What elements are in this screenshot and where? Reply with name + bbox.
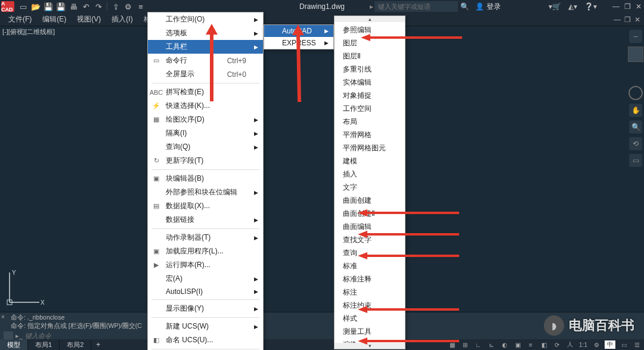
login-button[interactable]: 👤 登录 [475,2,501,12]
menu-edit[interactable]: 编辑(E) [38,13,71,26]
tools-menu-item[interactable]: ↻更新字段(T) [148,154,263,168]
share-icon[interactable]: ⇪ [110,1,121,12]
redo-icon[interactable]: ↷ [93,1,104,12]
autodesk-icon[interactable]: ◭▾ [568,2,577,11]
zoom-icon[interactable]: 🔍 [629,120,642,134]
plot-icon[interactable]: 🖶 [68,1,79,12]
status-cycle-icon[interactable]: ⟳ [552,340,562,349]
tools-menu-item[interactable]: 隔离(I)▶ [148,126,263,140]
toolbar-list-item[interactable]: 工作空间 [335,102,405,115]
tools-menu-item[interactable]: 新建 UCS(W)▶ [148,320,263,333]
toolbar-list-item[interactable]: 建模 [335,154,405,168]
help-icon[interactable]: ❔▾ [584,2,597,11]
tools-menu-item[interactable]: 查询(Q)▶ [148,140,263,154]
toolbar-list-item[interactable]: 样式 [335,312,405,325]
tools-menu-item[interactable]: ▶运行脚本(R)... [148,258,263,272]
saveas-icon[interactable]: 💾 [55,1,66,12]
tools-menu-item[interactable]: ⚡快速选择(K)... [148,99,263,113]
steering-wheel-icon[interactable] [628,86,643,100]
status-grid-icon[interactable]: ⊞ [460,340,470,349]
tools-menu-item[interactable]: ▭命令行Ctrl+9 [148,54,263,67]
tools-menu-item[interactable]: ◧命名 UCS(U)... [148,333,263,347]
tools-menu-item[interactable]: 外部参照和块在位编辑▶ [148,185,263,199]
tools-menu-item[interactable]: 数据链接▶ [148,213,263,227]
showmotion-icon[interactable]: ▭ [629,154,642,167]
maximize-icon[interactable]: ❐ [624,2,631,11]
tools-menu-item[interactable]: ▣块编辑器(B) [148,172,263,185]
tools-menu-item[interactable]: ABC拼写检查(E) [148,85,263,99]
toolbar-submenu-item[interactable]: AutoCAD▶ [264,25,333,37]
toolbar-list-item[interactable]: 实体编辑 [335,76,405,89]
toolbar-submenu-item[interactable]: EXPRESS▶ [264,37,333,49]
view-label[interactable]: [-][俯视][二维线框] [2,27,55,36]
tools-menu-item[interactable]: ▤数据提取(X)... [148,199,263,213]
doc-close-icon[interactable]: ✕ [634,16,640,24]
toolbar-list-item[interactable]: 插入 [335,168,405,181]
toolbar-list-item[interactable]: 文字 [335,181,405,194]
tools-menu-item[interactable]: 显示图像(Y)▶ [148,302,263,315]
tools-menu-item[interactable]: 工作空间(O)▶ [148,13,263,26]
status-clean-icon[interactable]: ▭ [619,340,628,349]
gear-icon[interactable]: ⚙ [123,1,134,12]
drawing-viewport[interactable]: [-][俯视][二维线框] Y X [0,26,644,312]
toolbar-list-item[interactable]: 测量工具 [335,325,405,338]
toolbar-list-item[interactable]: 查询 [335,246,405,259]
toolbar-list-item[interactable]: 查找文字 [335,233,405,246]
toolbar-list-item[interactable]: 平滑网格图元 [335,141,405,154]
cmd-close-icon[interactable]: × [1,314,5,320]
toolbar-list-item[interactable]: 曲面编辑 [335,220,405,233]
menu-file[interactable]: 文件(F) [4,13,36,26]
tools-menu-item[interactable]: 宏(A)▶ [148,272,263,286]
tab-add-button[interactable]: + [91,339,105,350]
tools-menu-item[interactable]: ▣加载应用程序(L)... [148,244,263,258]
toolbar-list-item[interactable]: 曲面创建 [335,194,405,207]
status-menu-icon[interactable]: ☰ [632,340,642,349]
tools-menu-item[interactable]: 工具栏▶ [148,40,263,54]
save-icon[interactable]: 💾 [43,1,54,12]
cart-icon[interactable]: ▾🛒 [549,2,561,11]
orbit-icon[interactable]: ⟲ [629,137,642,150]
open-icon[interactable]: 📂 [30,1,41,12]
nav-minus-icon[interactable]: – [629,30,642,43]
toolbar-list-item[interactable]: 多重引线 [335,63,405,76]
tools-menu-item[interactable]: 选项板▶ [148,26,263,40]
toolbar-list-item[interactable]: 图层Ⅱ [335,49,405,63]
toolbar-list-item[interactable]: 渲染 [335,338,405,349]
search-input[interactable] [374,1,458,12]
toolbar-list-item[interactable]: 对象捕捉 [335,89,405,102]
close-icon[interactable]: ✕ [636,2,642,11]
menu-insert[interactable]: 插入(I) [107,13,137,26]
toolbar-list-item[interactable]: 标注 [335,286,405,299]
toolbar-list-item[interactable]: 参照编辑 [335,23,405,36]
status-transp-icon[interactable]: ◧ [539,340,549,349]
status-scale-icon[interactable]: 1:1 [578,340,588,349]
toolbar-list-item[interactable]: 曲面创建Ⅱ [335,207,405,220]
doc-restore-icon[interactable]: ❐ [624,16,631,24]
tools-menu-item[interactable]: 全屏显示Ctrl+0 [148,67,263,81]
search-icon[interactable]: 🔍 [460,2,469,11]
menu-view[interactable]: 视图(V) [72,13,106,26]
toolbar-list-item[interactable]: 平滑网格 [335,128,405,141]
undo-icon[interactable]: ↶ [80,1,91,12]
status-lwt-icon[interactable]: ≡ [526,340,535,349]
tab-layout2[interactable]: 布局2 [60,339,91,350]
toolbar-list-item[interactable]: 布局 [335,115,405,128]
status-polar-icon[interactable]: ◐ [500,340,509,349]
tab-model[interactable]: 模型 [0,339,28,350]
tools-menu-item[interactable]: 动作录制器(T)▶ [148,231,263,244]
overflow-icon[interactable]: ≡ [135,1,146,12]
status-osnap-icon[interactable]: ▣ [513,340,522,349]
tab-layout1[interactable]: 布局1 [28,339,60,350]
status-gear-icon[interactable]: ⚙ [592,340,601,349]
toolbar-list-item[interactable]: 图层 [335,36,405,49]
status-snap-icon[interactable]: ∟ [473,340,483,349]
minimize-icon[interactable]: — [612,2,620,11]
toolbar-list-item[interactable]: 标准 [335,259,405,272]
status-ortho-icon[interactable]: ⊾ [487,340,496,349]
tools-menu-item[interactable]: AutoLISP(I)▶ [148,286,263,298]
pan-icon[interactable]: ✋ [629,104,642,117]
status-ime-icon[interactable]: 中 [605,340,615,349]
tools-menu-item[interactable]: ▦绘图次序(D)▶ [148,113,263,126]
doc-minimize-icon[interactable]: — [614,16,621,24]
toolbar-list-item[interactable]: 标注约束 [335,299,405,312]
